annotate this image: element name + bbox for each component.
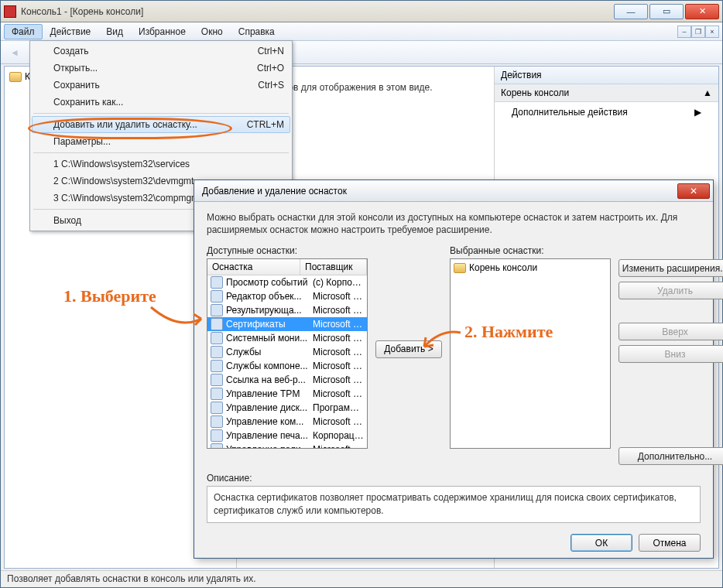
selected-root-label: Корень консоли xyxy=(469,262,537,273)
snapin-icon xyxy=(211,332,223,344)
status-text: Позволяет добавлять оснастки в консоль и… xyxy=(7,573,255,584)
actions-header: Действия xyxy=(495,67,718,84)
snapin-icon xyxy=(211,402,223,414)
col-vendor[interactable]: Поставщик xyxy=(300,259,367,275)
snapin-row[interactable]: Редактор объек...Microsoft C... xyxy=(207,289,367,303)
snapin-row[interactable]: СлужбыMicrosoft C... xyxy=(207,345,367,359)
col-snapin[interactable]: Оснастка xyxy=(207,259,300,275)
menu-add-remove-snapin[interactable]: Добавить или удалить оснастку...CTRL+M xyxy=(32,116,290,133)
actions-more[interactable]: Дополнительные действия ▶ xyxy=(495,102,718,122)
folder-icon xyxy=(454,263,466,273)
menu-file[interactable]: Файл xyxy=(4,24,43,39)
snapin-name: Просмотр событий xyxy=(226,277,310,288)
cancel-button[interactable]: Отмена xyxy=(639,534,701,552)
snapin-vendor: Microsoft C... xyxy=(313,333,364,344)
snapin-vendor: Microsoft C... xyxy=(313,388,364,399)
snapin-icon xyxy=(211,374,223,386)
snapin-vendor: Microsoft C... xyxy=(313,347,364,357)
ok-button[interactable]: ОК xyxy=(571,534,632,552)
menu-window[interactable]: Окно xyxy=(194,24,231,39)
actions-section[interactable]: Корень консоли ▲ xyxy=(495,84,718,102)
dialog-titlebar[interactable]: Добавление и удаление оснасток ✕ xyxy=(194,180,713,202)
snapin-vendor: (c) Корпора... xyxy=(313,277,364,288)
menu-view[interactable]: Вид xyxy=(98,24,131,39)
snapin-name: Ссылка на веб-р... xyxy=(226,374,310,385)
actions-more-label: Дополнительные действия xyxy=(512,107,628,118)
list-header[interactable]: Оснастка Поставщик xyxy=(207,259,367,275)
snapin-name: Управление поли... xyxy=(226,444,310,448)
snapin-name: Службы xyxy=(226,347,310,357)
close-button[interactable]: ✕ xyxy=(685,4,719,19)
snapin-icon xyxy=(211,429,223,442)
snapin-row[interactable]: Результирующа...Microsoft C... xyxy=(207,303,367,317)
remove-button[interactable]: Удалить xyxy=(618,282,723,299)
menu-recent-1[interactable]: 1 C:\Windows\system32\services xyxy=(32,156,290,173)
snapin-row[interactable]: Управление ком...Microsoft C... xyxy=(207,415,367,429)
snapin-row[interactable]: Ссылка на веб-р...Microsoft C... xyxy=(207,373,367,387)
menubar: Файл Действие Вид Избранное Окно Справка… xyxy=(1,22,722,41)
snapin-row[interactable]: Управление печа...Корпораци... xyxy=(207,429,367,443)
snapin-row[interactable]: Системный мони...Microsoft C... xyxy=(207,331,367,345)
snapin-name: Управление печа... xyxy=(226,430,310,441)
snapin-name: Управление TPM xyxy=(226,388,310,399)
collapse-icon: ▲ xyxy=(703,87,712,98)
snapin-name: Результирующа... xyxy=(226,305,310,316)
snapin-name: Сертификаты xyxy=(226,319,310,330)
description-box: Оснастка сертификатов позволяет просматр… xyxy=(207,486,701,523)
snapin-row[interactable]: Управление диск...Программн... xyxy=(207,401,367,415)
edit-extensions-button[interactable]: Изменить расширения... xyxy=(618,259,723,277)
maximize-button[interactable]: ▭ xyxy=(649,4,684,19)
selected-label: Выбранные оснастки: xyxy=(450,245,611,256)
menu-action[interactable]: Действие xyxy=(43,24,99,39)
main-titlebar[interactable]: Консоль1 - [Корень консоли] — ▭ ✕ xyxy=(1,1,722,22)
snapin-icon xyxy=(211,388,223,400)
dialog-title: Добавление и удаление оснасток xyxy=(197,186,677,197)
dialog-close-button[interactable]: ✕ xyxy=(677,183,710,199)
snapin-row[interactable]: Просмотр событий(c) Корпора... xyxy=(207,275,367,289)
mdi-restore[interactable]: ❐ xyxy=(691,26,705,38)
snapin-row[interactable]: Управление TPMMicrosoft C... xyxy=(207,387,367,401)
chevron-right-icon: ▶ xyxy=(694,107,701,118)
description-label: Описание: xyxy=(207,473,701,484)
back-button[interactable]: ◄ xyxy=(5,43,24,62)
mdi-minimize[interactable]: – xyxy=(677,26,691,38)
snapin-name: Управление ком... xyxy=(226,416,310,427)
statusbar: Позволяет добавлять оснастки в консоль и… xyxy=(1,570,722,587)
selected-root[interactable]: Корень консоли xyxy=(454,262,607,273)
menu-help[interactable]: Справка xyxy=(231,24,283,39)
snapin-icon xyxy=(211,276,223,289)
move-up-button[interactable]: Вверх xyxy=(618,323,723,340)
snapin-vendor: Microsoft C... xyxy=(313,319,364,330)
menu-open[interactable]: Открыть...Ctrl+O xyxy=(32,60,290,77)
menu-save[interactable]: СохранитьCtrl+S xyxy=(32,77,290,94)
snapin-icon xyxy=(211,290,223,303)
snapin-vendor: Microsoft C... xyxy=(313,291,364,302)
snapin-row[interactable]: СертификатыMicrosoft C... xyxy=(207,317,367,331)
snapin-name: Службы компоне... xyxy=(226,361,310,371)
menu-options[interactable]: Параметры... xyxy=(32,133,290,150)
advanced-button[interactable]: Дополнительно... xyxy=(618,447,723,465)
snapin-row[interactable]: Управление поли...Microsoft C... xyxy=(207,443,367,448)
snapin-row[interactable]: Службы компоне...Microsoft C... xyxy=(207,359,367,373)
snapin-icon xyxy=(211,415,223,428)
add-button[interactable]: Добавить > xyxy=(375,340,442,358)
move-down-button[interactable]: Вниз xyxy=(618,345,723,363)
snapin-name: Управление диск... xyxy=(226,402,310,413)
snapin-name: Системный мони... xyxy=(226,333,310,344)
snapin-name: Редактор объек... xyxy=(226,291,310,302)
menu-create[interactable]: СоздатьCtrl+N xyxy=(32,43,290,60)
snapin-icon xyxy=(211,443,223,448)
actions-section-label: Корень консоли xyxy=(501,87,569,98)
mdi-close[interactable]: × xyxy=(705,26,719,38)
snapin-icon xyxy=(211,346,223,358)
available-snapins-list[interactable]: Оснастка Поставщик Просмотр событий(c) К… xyxy=(207,258,368,449)
snapin-icon xyxy=(211,318,223,330)
minimize-button[interactable]: — xyxy=(614,4,648,19)
selected-snapins-tree[interactable]: Корень консоли xyxy=(450,258,611,449)
menu-favorites[interactable]: Избранное xyxy=(131,24,194,39)
window-title: Консоль1 - [Корень консоли] xyxy=(21,6,614,17)
app-icon xyxy=(4,5,16,18)
menu-save-as[interactable]: Сохранить как... xyxy=(32,94,290,111)
snapin-vendor: Microsoft C... xyxy=(313,361,364,371)
snapin-icon xyxy=(211,360,223,372)
